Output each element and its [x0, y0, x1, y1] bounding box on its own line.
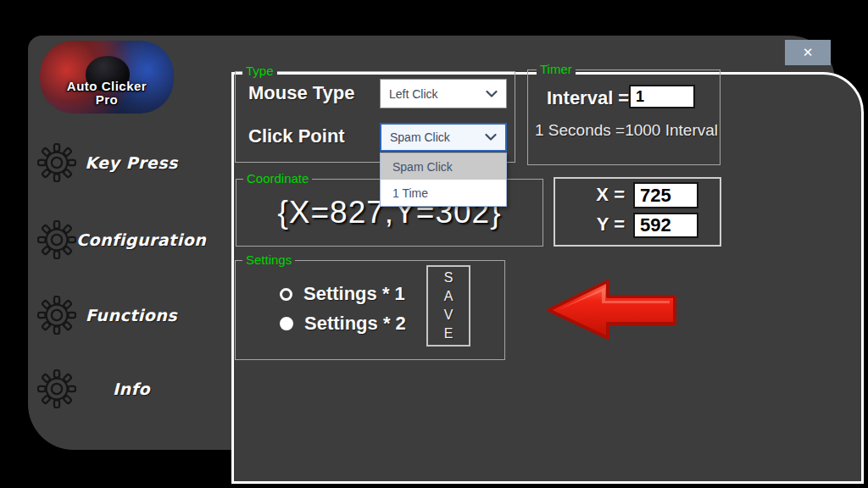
sidebar-item-functions[interactable]: Functions: [37, 294, 186, 336]
x-input[interactable]: [633, 182, 698, 208]
type-group-legend: Type: [242, 64, 277, 78]
sidebar-item-label: Functions: [76, 306, 186, 324]
click-point-label: Click Point: [248, 125, 345, 147]
sidebar-item-info[interactable]: Info: [37, 368, 186, 410]
save-letter: V: [444, 306, 453, 324]
settings-2-radio[interactable]: Settings * 2: [280, 313, 406, 335]
timer-note: 1 Seconds =1000 Interval: [535, 121, 718, 140]
red-arrow-icon: [546, 278, 678, 341]
sidebar-item-label: Info: [76, 380, 186, 398]
sidebar-item-key-press[interactable]: Key Press: [37, 141, 186, 184]
app-logo-line1: Auto Clicker: [40, 80, 174, 93]
dropdown-option-1-time[interactable]: 1 Time: [381, 180, 506, 206]
sidebar-item-configuration[interactable]: Configuration: [37, 219, 186, 261]
y-input[interactable]: [633, 213, 698, 238]
x-label: X =: [564, 184, 625, 206]
save-letter: S: [444, 269, 453, 287]
sidebar-item-label: Key Press: [76, 153, 186, 172]
app-logo-title: Auto Clicker Pro: [40, 80, 174, 107]
click-point-select[interactable]: Spam Click: [380, 123, 507, 152]
screen: Auto Clicker Pro Key Press: [0, 0, 868, 488]
app-logo-line2: Pro: [40, 93, 174, 107]
gear-icon: [37, 143, 76, 182]
click-point-dropdown-list: Spam Click 1 Time: [380, 152, 507, 207]
close-icon: ✕: [803, 45, 814, 60]
save-letter: A: [444, 287, 453, 306]
save-letter: E: [444, 324, 453, 343]
settings-1-label: Settings * 1: [303, 283, 405, 305]
settings-group-legend: Settings: [242, 252, 295, 267]
radio-icon: [280, 288, 292, 301]
app-logo: Auto Clicker Pro: [40, 41, 174, 114]
chevron-down-icon: [486, 90, 498, 97]
mouse-type-value: Left Click: [389, 87, 438, 101]
chevron-down-icon: [485, 134, 497, 141]
timer-group: Timer: [527, 69, 721, 165]
settings-1-radio[interactable]: Settings * 1: [280, 283, 405, 305]
mouse-type-select[interactable]: Left Click: [380, 79, 507, 108]
gear-icon: [37, 220, 76, 259]
timer-group-legend: Timer: [537, 62, 576, 76]
close-button[interactable]: ✕: [785, 40, 831, 65]
dropdown-option-spam-click[interactable]: Spam Click: [381, 153, 506, 180]
radio-icon: [280, 317, 293, 330]
save-button[interactable]: S A V E: [426, 265, 470, 347]
gear-icon: [37, 369, 76, 408]
settings-2-label: Settings * 2: [304, 313, 406, 335]
y-label: Y =: [564, 214, 625, 236]
interval-label: Interval =: [547, 87, 629, 109]
sidebar-item-label: Configuration: [76, 230, 206, 249]
interval-input[interactable]: [629, 85, 695, 108]
mouse-type-label: Mouse Type: [248, 82, 355, 104]
gear-icon: [37, 296, 76, 335]
click-point-value: Spam Click: [390, 130, 450, 144]
